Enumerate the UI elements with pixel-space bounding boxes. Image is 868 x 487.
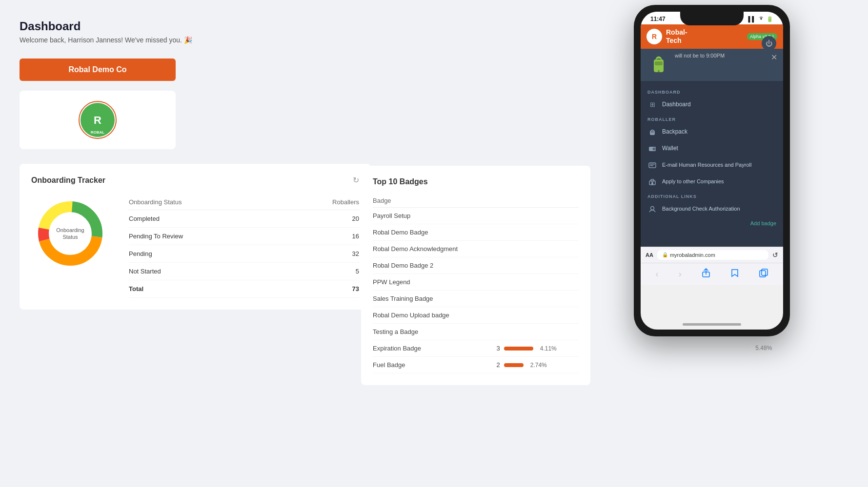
badges-table: Badge Payroll Setup Robal Demo Badge Rob…	[373, 194, 579, 373]
svg-rect-13	[651, 131, 654, 133]
count-col-header	[493, 194, 504, 208]
share-button[interactable]	[698, 266, 714, 282]
sidebar-item-label: Apply to other Companies	[662, 178, 724, 185]
add-badge-button[interactable]: Add badge	[750, 220, 776, 226]
app-title-line1: Robal-	[666, 28, 741, 37]
badge-name: Sales Training Badge	[373, 291, 493, 307]
safari-refresh-button[interactable]: ↺	[772, 251, 778, 259]
badge-count: 2	[493, 357, 504, 373]
table-row: Pending To Review 16	[129, 228, 359, 245]
lock-icon: 🔒	[662, 252, 668, 257]
page-title: Dashboard	[20, 19, 459, 33]
home-indicator	[683, 323, 741, 326]
forward-button[interactable]: ›	[675, 267, 686, 281]
table-row: Payroll Setup	[373, 208, 579, 224]
sidebar-item-dashboard[interactable]: ⊞ Dashboard	[641, 97, 783, 113]
badge-name: PPW Legend	[373, 274, 493, 291]
power-icon: ⏻	[766, 39, 772, 47]
sidebar-item-label: Background Check Authorization	[662, 205, 740, 212]
svg-rect-10	[655, 61, 663, 65]
signal-icon: ▌▌	[748, 16, 756, 22]
badge-name: Expiration Badge	[373, 340, 493, 357]
roballers-col-header: Roballers	[283, 195, 359, 210]
table-row: Robal Demo Acknowledgment	[373, 241, 579, 257]
sidebar-section-dashboard: DASHBOARD	[641, 86, 783, 97]
table-row: Testing a Badge	[373, 324, 579, 340]
badges-title: Top 10 Badges	[373, 177, 579, 186]
sidebar-item-apply-companies[interactable]: Apply to other Companies	[641, 174, 783, 190]
onboarding-tracker-card: Onboarding Tracker ↻	[20, 164, 371, 310]
backpack-icon-container	[646, 53, 671, 77]
safari-aa-button[interactable]: AA	[646, 252, 653, 258]
badge-percentage: 2.74%	[527, 362, 547, 369]
safari-address-bar: AA 🔒 myrobaladmin.com ↺	[641, 247, 783, 263]
power-icon-container[interactable]: ⏻	[762, 36, 776, 51]
table-row: Robal Demo Badge	[373, 224, 579, 241]
status-col-header: Onboarding Status	[129, 195, 283, 210]
status-cell: Pending To Review	[129, 228, 283, 245]
svg-text:ROBAL: ROBAL	[91, 130, 105, 135]
tracker-header: Onboarding Tracker ↻	[31, 175, 359, 185]
table-row: PPW Legend	[373, 274, 579, 291]
svg-point-16	[653, 148, 655, 150]
backpack-menu-icon	[647, 128, 657, 136]
phone-screen: 11:47 ▌▌ 🔋 R	[641, 12, 783, 330]
badge-bar-container: 4.11%	[504, 345, 579, 352]
status-cell: Not Started	[129, 263, 283, 280]
svg-rect-18	[650, 164, 655, 165]
battery-icon: 🔋	[767, 16, 773, 22]
badge-name: Fuel Badge	[373, 357, 493, 373]
company-logo-container: R ROBAL	[20, 91, 176, 149]
table-row: Fuel Badge 2 2.74%	[373, 357, 579, 373]
sidebar-item-wallet[interactable]: Wallet	[641, 140, 783, 157]
tabs-button[interactable]	[755, 267, 772, 282]
table-row: Robal Demo Upload badge	[373, 307, 579, 324]
count-cell: 20	[283, 210, 359, 228]
sidebar-item-background-check[interactable]: Background Check Authorization	[641, 201, 783, 217]
app-title-container: Robal- Tech	[666, 28, 741, 45]
refresh-icon[interactable]: ↻	[353, 175, 359, 185]
app-logo: R	[646, 29, 662, 44]
sidebar-item-label: Wallet	[662, 145, 678, 153]
table-row: Expiration Badge 3 4.11%	[373, 340, 579, 357]
company-button[interactable]: Robal Demo Co	[20, 58, 176, 81]
bookmarks-button[interactable]	[727, 266, 743, 282]
sidebar-section-additional: ADDITIONAL LINKS	[641, 190, 783, 201]
sidebar-item-backpack[interactable]: Backpack	[641, 124, 783, 140]
dashboard-subtitle: Welcome back, Harrison Janness! We've mi…	[20, 36, 459, 44]
sidebar-item-email-hr[interactable]: E-mail Human Resources and Payroll	[641, 157, 783, 174]
safari-url-field[interactable]: 🔒 myrobaladmin.com	[657, 250, 768, 260]
notification-close[interactable]: ✕	[771, 53, 777, 62]
badge-name: Testing a Badge	[373, 324, 493, 340]
svg-rect-19	[650, 165, 653, 166]
table-row: Pending 32	[129, 245, 359, 263]
count-cell: 32	[283, 245, 359, 263]
app-header: R Robal- Tech Alpha v3.2.1 ⏻	[641, 24, 783, 49]
sidebar-item-label: E-mail Human Resources and Payroll	[662, 161, 751, 168]
badge-name: Payroll Setup	[373, 208, 493, 224]
robal-logo: R ROBAL	[78, 100, 117, 139]
tracker-title: Onboarding Tracker	[31, 176, 105, 185]
safari-toolbar: ‹ ›	[641, 263, 783, 285]
back-button[interactable]: ‹	[652, 267, 663, 281]
sidebar-section-roballer: ROBALLER	[641, 113, 783, 124]
badge-count: 3	[493, 340, 504, 357]
badges-card: Top 10 Badges Badge Payroll Setup Robal …	[361, 166, 590, 385]
badge-percentage: 4.11%	[537, 345, 557, 352]
phone-frame: 11:47 ▌▌ 🔋 R	[634, 5, 790, 336]
table-row: Sales Training Badge	[373, 291, 579, 307]
notification-content: will not be to 9:00PM	[646, 53, 725, 77]
count-cell: 16	[283, 228, 359, 245]
badge-name: Robal Demo Upload badge	[373, 307, 493, 324]
badge-name: Robal Demo Badge	[373, 224, 493, 241]
count-cell: 5	[283, 263, 359, 280]
dashboard-icon: ⊞	[647, 101, 657, 109]
donut-chart: Onboarding Status	[31, 195, 109, 273]
badge-bar	[504, 347, 533, 351]
status-icons: ▌▌ 🔋	[748, 16, 773, 22]
tracker-body: Onboarding Status Onboarding Status Roba…	[31, 195, 359, 298]
table-row: Completed 20	[129, 210, 359, 228]
status-table: Onboarding Status Roballers Completed 20…	[129, 195, 359, 298]
status-cell: Completed	[129, 210, 283, 228]
notification-banner: will not be to 9:00PM ✕	[641, 49, 783, 81]
